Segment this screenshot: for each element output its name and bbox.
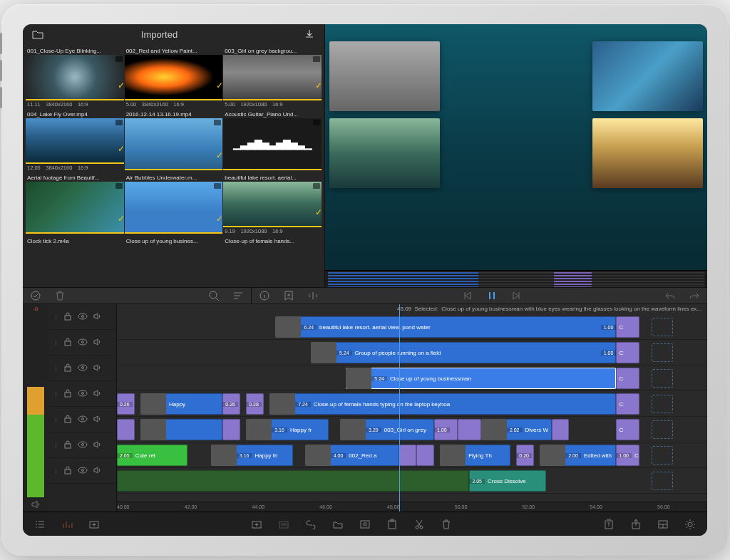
clip-card[interactable]: Acoustic Guitar_Piano Und...▁▃▅▇▅▃▅▇▅▃▁: [223, 109, 322, 172]
clip-card[interactable]: 003_Girl on grey backgrou...✓5.00 1920x1…: [223, 46, 322, 108]
search-icon[interactable]: [207, 289, 221, 303]
preview-monitor[interactable]: [325, 24, 707, 287]
timeline-clip[interactable]: 1.00C: [616, 445, 639, 466]
lock-icon[interactable]: [63, 337, 72, 348]
clip-card[interactable]: beautiful lake resort. aerial...✓9.19 19…: [223, 172, 322, 235]
timeline-clip[interactable]: Happy: [140, 393, 222, 415]
visibility-icon[interactable]: [78, 338, 88, 347]
append-slot[interactable]: [652, 343, 673, 362]
timeline-clip[interactable]: 1.00: [434, 419, 458, 440]
collapse-icon[interactable]: ↓: [54, 313, 58, 321]
timeline-clip[interactable]: 2.05Cross Dissolve: [469, 470, 545, 492]
collapse-icon[interactable]: ↓: [54, 467, 58, 475]
timeline-clip[interactable]: 5.24Close up of young businessman: [346, 368, 616, 389]
timeline-clip[interactable]: 0.28: [246, 393, 264, 415]
go-start-icon[interactable]: [461, 289, 475, 303]
time-ruler[interactable]: 40.0042.0044.0046.0048.0050.0052.0054.00…: [117, 502, 707, 512]
timeline-clip[interactable]: [117, 419, 135, 440]
append-slot[interactable]: [652, 395, 673, 413]
lock-icon[interactable]: [63, 465, 72, 477]
info-icon[interactable]: [257, 289, 272, 303]
favorite-icon[interactable]: [358, 517, 372, 532]
mute-icon[interactable]: [93, 312, 102, 322]
append-slot[interactable]: [652, 472, 673, 490]
timeline-clip[interactable]: [399, 445, 417, 466]
visibility-icon[interactable]: [78, 313, 88, 321]
mute-icon[interactable]: [93, 363, 102, 373]
append-slot[interactable]: [652, 318, 673, 336]
insert-clip-icon[interactable]: [250, 517, 264, 532]
append-slot[interactable]: [652, 369, 673, 388]
speaker-icon[interactable]: [24, 499, 47, 510]
visibility-icon[interactable]: [78, 415, 88, 424]
timeline-clip[interactable]: 7.24Close-up of female hands typing on t…: [269, 393, 616, 415]
timeline-clip[interactable]: 0.26: [222, 393, 240, 415]
clip-card[interactable]: 002_Red and Yellow Paint...✓5.00 3840x21…: [125, 46, 223, 108]
mute-icon[interactable]: [93, 440, 102, 450]
timeline-clip[interactable]: [458, 419, 481, 440]
collapse-icon[interactable]: ↓: [54, 390, 58, 398]
sort-icon[interactable]: [231, 289, 245, 303]
clip-card[interactable]: Air Bubbles Underwater.m...✓: [125, 172, 223, 235]
undo-icon[interactable]: [663, 289, 677, 303]
timeline-clip[interactable]: [140, 419, 222, 440]
visibility-icon[interactable]: [78, 364, 88, 373]
clip-card[interactable]: 004_Lake Fly Over.mp4✓12.05 3840x2160 16…: [26, 109, 124, 172]
lock-icon[interactable]: [63, 440, 72, 451]
add-track-icon[interactable]: [87, 517, 101, 532]
timeline-clip[interactable]: C: [616, 393, 639, 415]
timeline-clip[interactable]: 3.16Happy fr: [246, 419, 328, 440]
pause-icon[interactable]: [485, 289, 499, 303]
clip-card[interactable]: Clock tick 2.m4a: [26, 236, 124, 247]
timeline-clip[interactable]: 3.16Happy fri: [211, 445, 293, 466]
mute-icon[interactable]: [93, 466, 102, 476]
view-list-icon[interactable]: [33, 517, 47, 532]
mute-icon[interactable]: [93, 415, 102, 425]
clip-card[interactable]: Aerial footage from Beautif...✓: [26, 172, 124, 235]
timeline-clip[interactable]: C: [616, 316, 639, 338]
timeline-clip[interactable]: 2.00Edited with: [540, 445, 616, 466]
redo-icon[interactable]: [687, 289, 701, 303]
visibility-icon[interactable]: [78, 441, 88, 450]
timeline-clip[interactable]: C: [616, 419, 639, 440]
preview-mini-timeline[interactable]: [325, 270, 707, 287]
timeline-clip[interactable]: [416, 445, 434, 466]
timeline-clip[interactable]: C: [616, 342, 639, 363]
append-slot[interactable]: [652, 446, 673, 465]
split-view-icon[interactable]: [306, 289, 320, 303]
folder-open-icon[interactable]: [331, 517, 345, 532]
timeline-clip[interactable]: 0.26: [117, 393, 135, 415]
go-end-icon[interactable]: [509, 289, 523, 303]
overwrite-clip-icon[interactable]: [277, 517, 291, 532]
timeline-clip[interactable]: C: [616, 368, 639, 389]
visibility-icon[interactable]: [78, 467, 88, 475]
playhead[interactable]: [399, 304, 400, 512]
collapse-icon[interactable]: ↓: [54, 415, 58, 423]
collapse-icon[interactable]: ↓: [54, 364, 58, 372]
trash-icon[interactable]: [53, 289, 67, 303]
approve-icon[interactable]: [29, 289, 43, 303]
timeline-clip[interactable]: [552, 419, 570, 440]
lock-icon[interactable]: [63, 414, 72, 425]
timeline-clip[interactable]: 5.24Group of people running on a field1.…: [311, 342, 616, 363]
timeline-clip[interactable]: 6.24beautiful lake resort. aerial view. …: [275, 316, 616, 338]
mute-icon[interactable]: [93, 338, 102, 348]
timeline-clip[interactable]: [222, 419, 240, 440]
lock-icon[interactable]: [63, 311, 72, 323]
timeline-clip[interactable]: Flying Th: [440, 445, 510, 466]
cut-icon[interactable]: [412, 517, 426, 532]
collapse-icon[interactable]: ↓: [54, 441, 58, 449]
layout-icon[interactable]: [656, 517, 670, 532]
append-slot[interactable]: [652, 420, 673, 439]
clipboard-icon[interactable]: [385, 517, 399, 532]
visibility-icon[interactable]: [78, 390, 88, 398]
link-icon[interactable]: [304, 517, 318, 532]
share-icon[interactable]: [629, 517, 643, 532]
collapse-icon[interactable]: ↓: [54, 338, 58, 346]
timeline-clip[interactable]: 2.05Cute ret: [117, 445, 187, 466]
timeline-clip[interactable]: 0.20: [516, 445, 534, 466]
timeline[interactable]: 48.09 Selected: Close up of young busine…: [117, 304, 707, 512]
add-marker-icon[interactable]: [282, 289, 296, 303]
view-levels-icon[interactable]: [60, 517, 74, 532]
settings-icon[interactable]: [683, 517, 697, 532]
